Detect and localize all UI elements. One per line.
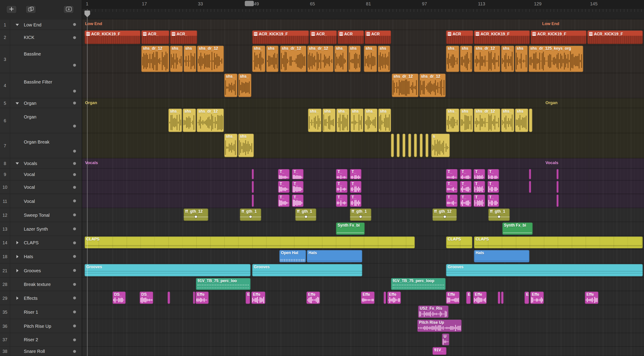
mute-dot[interactable] [73,283,76,286]
track-header-row[interactable]: 3Bassline [0,45,82,73]
clip-fx[interactable]: 91V_ [432,347,446,355]
clip-kick[interactable]: ACR_KICK19_F [474,31,530,44]
clip-sliver[interactable] [529,181,531,193]
clip-sliver[interactable] [402,134,406,157]
mute-dot[interactable] [73,102,76,105]
clip-vocal[interactable]: T_ [446,181,458,193]
mute-dot[interactable] [73,162,76,165]
track-header-row[interactable]: 38Snare Roll [0,346,82,356]
automation-node[interactable] [444,215,446,218]
clip-bass[interactable]: shs_dr_125_keys_org [528,46,583,72]
clip-vocal[interactable]: T_ [292,195,304,207]
clip-sliver[interactable] [529,169,531,179]
clip-bass[interactable]: shs [184,46,196,72]
clip-fx[interactable]: Effe [585,291,598,304]
clip-sliver[interactable] [420,134,422,157]
clip-grooves[interactable]: Grooves [446,264,643,276]
clip-vocal[interactable]: T_ [350,169,361,179]
track-header-row[interactable]: 4Bassline Filter [0,73,82,98]
automation-node[interactable] [359,215,362,218]
clip-fx[interactable]: E [246,291,250,304]
clip-bass[interactable]: shs_dr_12 [197,46,224,72]
track-header-row[interactable]: 37Riser 2 [0,333,82,347]
clip-bass[interactable]: shs [378,46,390,72]
track-header-row[interactable]: 35Riser 1 [0,305,82,319]
clip-vocal[interactable]: T_ [292,181,304,193]
clip-organ[interactable]: shs_dr_12 [474,109,500,132]
clip-sweep[interactable]: ff_gth_1 [296,209,316,221]
clip-organ[interactable]: shs_ [336,109,350,132]
clip-sliver[interactable] [556,169,558,179]
clip-sliver[interactable] [498,291,500,304]
clip-kick[interactable]: ACR_ [310,31,337,44]
clip-vocal[interactable]: T_ [278,195,289,207]
clip-organ[interactable]: s [431,134,450,157]
clip-organ[interactable]: shs_ [224,134,238,157]
clip-organ[interactable]: shs [378,109,391,132]
clip-grooves[interactable]: Grooves [84,264,250,276]
clip-organ[interactable]: shs [183,109,196,132]
disclosure-right-icon[interactable] [16,255,18,258]
clip-fx[interactable]: Effe [473,291,487,304]
clip-bass[interactable]: shs_dr_12 [280,46,306,72]
clip-sweep[interactable]: ff_gth_1 [350,209,372,221]
clip-fx[interactable]: Effe [251,291,265,304]
clip-bass[interactable]: shs_dr_12 [307,46,334,72]
clip-organ[interactable]: shs_ [501,109,514,132]
clip-bass[interactable]: shs_ [501,46,514,72]
clip-sliver[interactable] [556,181,558,193]
track-header-row[interactable]: 28Break texture [0,278,82,291]
clip-vocal[interactable]: T_ [336,195,347,207]
mute-dot[interactable] [73,36,76,39]
mute-dot[interactable] [73,213,76,216]
mute-dot[interactable] [73,173,76,176]
clip-sliver[interactable] [384,291,386,304]
track-header-config-button[interactable] [63,5,74,14]
duplicate-track-button[interactable] [26,5,36,14]
clip-organ[interactable]: shs_ [446,109,459,132]
clip-perc[interactable]: 91V_TB_75_perc_loo [196,278,250,290]
mute-dot[interactable] [73,149,76,152]
clip-sweep[interactable]: ff_gth_12 [432,209,456,221]
mute-dot[interactable] [73,324,76,327]
clip-claps[interactable]: CLAPS [474,236,643,248]
clip-organ[interactable]: shs_dr_12 [197,109,224,132]
clip-kick[interactable]: ACR_ [141,31,169,44]
track-header-row[interactable]: 9Vocal [0,168,82,181]
track-header-row[interactable]: 2KICK [0,30,82,45]
clip-bass[interactable]: shs_dr_12 [474,46,500,72]
mute-dot[interactable] [73,23,76,26]
clip-sliver[interactable] [252,181,254,193]
playhead-line[interactable] [87,9,88,356]
clip-fx[interactable]: DS_ [140,291,153,304]
clip-sliver[interactable] [193,291,195,304]
mute-dot[interactable] [73,186,76,189]
add-track-button[interactable] [6,5,17,14]
clip-vocal[interactable]: T_ [474,195,485,207]
clip-bass[interactable]: shs [515,46,528,72]
clip-kick[interactable]: ACR [338,31,364,44]
clip-kick[interactable]: ACR_KICK19_F [531,31,586,44]
clip-fx[interactable]: Effe [530,291,544,304]
track-header-row[interactable]: 14CLAPS [0,236,82,250]
disclosure-down-icon[interactable] [16,102,19,104]
mute-dot[interactable] [73,90,76,92]
clip-sliver[interactable] [252,169,254,179]
clip-fx[interactable]: Effe [387,291,401,304]
clip-vocal[interactable]: T_ [278,181,289,193]
clip-vocal[interactable]: T_ [474,181,485,193]
disclosure-right-icon[interactable] [16,269,18,272]
clip-organ[interactable]: shs_ [364,109,378,132]
clip-bass[interactable]: shs_dr_12 [141,46,169,72]
clip-kick[interactable]: ACR_KICK19_F [84,31,140,44]
mute-dot[interactable] [73,296,76,299]
clip-sweep[interactable]: ff_gth_1 [240,209,262,221]
clip-bass[interactable]: shs_ [252,46,266,72]
clip-bass[interactable]: shs_ [170,46,183,72]
clip-vocal[interactable]: T_ [474,169,485,179]
clip-vocal[interactable]: T_ [488,169,499,179]
clip-bass[interactable]: shs [348,46,361,72]
disclosure-down-icon[interactable] [16,162,19,164]
clip-sweep[interactable]: ff_gth_1 [488,209,510,221]
clip-claps[interactable]: CLAPS [446,236,472,248]
